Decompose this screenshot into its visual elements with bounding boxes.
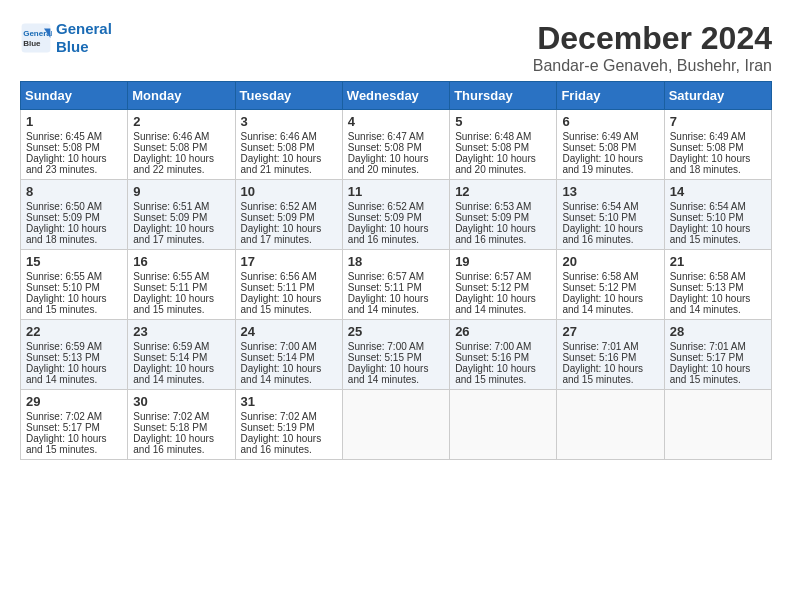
daylight-text: Daylight: 10 hours and 18 minutes.	[670, 153, 766, 175]
day-number: 10	[241, 184, 337, 199]
sunrise-text: Sunrise: 6:46 AM	[241, 131, 337, 142]
daylight-text: Daylight: 10 hours and 16 minutes.	[562, 223, 658, 245]
day-number: 18	[348, 254, 444, 269]
calendar-week-row: 1Sunrise: 6:45 AMSunset: 5:08 PMDaylight…	[21, 110, 772, 180]
day-number: 6	[562, 114, 658, 129]
header-saturday: Saturday	[664, 82, 771, 110]
sunrise-text: Sunrise: 7:02 AM	[26, 411, 122, 422]
sunset-text: Sunset: 5:11 PM	[348, 282, 444, 293]
day-number: 24	[241, 324, 337, 339]
daylight-text: Daylight: 10 hours and 14 minutes.	[670, 293, 766, 315]
table-row: 11Sunrise: 6:52 AMSunset: 5:09 PMDayligh…	[342, 180, 449, 250]
sunrise-text: Sunrise: 6:58 AM	[670, 271, 766, 282]
table-row: 19Sunrise: 6:57 AMSunset: 5:12 PMDayligh…	[450, 250, 557, 320]
daylight-text: Daylight: 10 hours and 14 minutes.	[241, 363, 337, 385]
day-number: 28	[670, 324, 766, 339]
sunrise-text: Sunrise: 7:00 AM	[241, 341, 337, 352]
table-row: 7Sunrise: 6:49 AMSunset: 5:08 PMDaylight…	[664, 110, 771, 180]
sunrise-text: Sunrise: 6:59 AM	[133, 341, 229, 352]
table-row: 31Sunrise: 7:02 AMSunset: 5:19 PMDayligh…	[235, 390, 342, 460]
daylight-text: Daylight: 10 hours and 15 minutes.	[455, 363, 551, 385]
table-row: 5Sunrise: 6:48 AMSunset: 5:08 PMDaylight…	[450, 110, 557, 180]
table-row: 17Sunrise: 6:56 AMSunset: 5:11 PMDayligh…	[235, 250, 342, 320]
calendar-week-row: 22Sunrise: 6:59 AMSunset: 5:13 PMDayligh…	[21, 320, 772, 390]
sunset-text: Sunset: 5:08 PM	[26, 142, 122, 153]
page-header: General Blue General Blue December 2024 …	[20, 20, 772, 75]
calendar-subtitle: Bandar-e Genaveh, Bushehr, Iran	[533, 57, 772, 75]
title-block: December 2024 Bandar-e Genaveh, Bushehr,…	[533, 20, 772, 75]
day-number: 16	[133, 254, 229, 269]
calendar-week-row: 8Sunrise: 6:50 AMSunset: 5:09 PMDaylight…	[21, 180, 772, 250]
daylight-text: Daylight: 10 hours and 14 minutes.	[348, 363, 444, 385]
logo-line1: General	[56, 20, 112, 37]
sunset-text: Sunset: 5:12 PM	[455, 282, 551, 293]
daylight-text: Daylight: 10 hours and 14 minutes.	[26, 363, 122, 385]
day-number: 3	[241, 114, 337, 129]
day-number: 23	[133, 324, 229, 339]
daylight-text: Daylight: 10 hours and 15 minutes.	[26, 293, 122, 315]
daylight-text: Daylight: 10 hours and 18 minutes.	[26, 223, 122, 245]
daylight-text: Daylight: 10 hours and 15 minutes.	[670, 363, 766, 385]
daylight-text: Daylight: 10 hours and 15 minutes.	[133, 293, 229, 315]
day-number: 7	[670, 114, 766, 129]
table-row: 12Sunrise: 6:53 AMSunset: 5:09 PMDayligh…	[450, 180, 557, 250]
daylight-text: Daylight: 10 hours and 16 minutes.	[241, 433, 337, 455]
sunset-text: Sunset: 5:17 PM	[670, 352, 766, 363]
table-row: 27Sunrise: 7:01 AMSunset: 5:16 PMDayligh…	[557, 320, 664, 390]
table-row: 29Sunrise: 7:02 AMSunset: 5:17 PMDayligh…	[21, 390, 128, 460]
sunset-text: Sunset: 5:08 PM	[133, 142, 229, 153]
sunset-text: Sunset: 5:16 PM	[455, 352, 551, 363]
sunset-text: Sunset: 5:19 PM	[241, 422, 337, 433]
logo-line2: Blue	[56, 38, 89, 55]
sunrise-text: Sunrise: 6:57 AM	[455, 271, 551, 282]
sunrise-text: Sunrise: 6:57 AM	[348, 271, 444, 282]
table-row: 14Sunrise: 6:54 AMSunset: 5:10 PMDayligh…	[664, 180, 771, 250]
sunrise-text: Sunrise: 6:49 AM	[562, 131, 658, 142]
day-number: 15	[26, 254, 122, 269]
day-number: 1	[26, 114, 122, 129]
sunrise-text: Sunrise: 6:52 AM	[241, 201, 337, 212]
table-row	[664, 390, 771, 460]
header-tuesday: Tuesday	[235, 82, 342, 110]
table-row: 20Sunrise: 6:58 AMSunset: 5:12 PMDayligh…	[557, 250, 664, 320]
header-wednesday: Wednesday	[342, 82, 449, 110]
calendar-table: Sunday Monday Tuesday Wednesday Thursday…	[20, 81, 772, 460]
day-number: 11	[348, 184, 444, 199]
svg-text:Blue: Blue	[23, 39, 41, 48]
day-number: 5	[455, 114, 551, 129]
sunrise-text: Sunrise: 7:02 AM	[241, 411, 337, 422]
header-thursday: Thursday	[450, 82, 557, 110]
day-number: 29	[26, 394, 122, 409]
daylight-text: Daylight: 10 hours and 14 minutes.	[455, 293, 551, 315]
sunset-text: Sunset: 5:08 PM	[241, 142, 337, 153]
daylight-text: Daylight: 10 hours and 23 minutes.	[26, 153, 122, 175]
daylight-text: Daylight: 10 hours and 20 minutes.	[455, 153, 551, 175]
daylight-text: Daylight: 10 hours and 17 minutes.	[133, 223, 229, 245]
daylight-text: Daylight: 10 hours and 15 minutes.	[241, 293, 337, 315]
table-row: 8Sunrise: 6:50 AMSunset: 5:09 PMDaylight…	[21, 180, 128, 250]
day-number: 9	[133, 184, 229, 199]
table-row: 15Sunrise: 6:55 AMSunset: 5:10 PMDayligh…	[21, 250, 128, 320]
table-row: 18Sunrise: 6:57 AMSunset: 5:11 PMDayligh…	[342, 250, 449, 320]
daylight-text: Daylight: 10 hours and 15 minutes.	[26, 433, 122, 455]
daylight-text: Daylight: 10 hours and 14 minutes.	[562, 293, 658, 315]
header-monday: Monday	[128, 82, 235, 110]
sunset-text: Sunset: 5:08 PM	[562, 142, 658, 153]
sunrise-text: Sunrise: 6:49 AM	[670, 131, 766, 142]
table-row: 16Sunrise: 6:55 AMSunset: 5:11 PMDayligh…	[128, 250, 235, 320]
daylight-text: Daylight: 10 hours and 15 minutes.	[670, 223, 766, 245]
sunset-text: Sunset: 5:11 PM	[133, 282, 229, 293]
table-row: 1Sunrise: 6:45 AMSunset: 5:08 PMDaylight…	[21, 110, 128, 180]
calendar-week-row: 29Sunrise: 7:02 AMSunset: 5:17 PMDayligh…	[21, 390, 772, 460]
day-number: 17	[241, 254, 337, 269]
day-number: 14	[670, 184, 766, 199]
sunset-text: Sunset: 5:09 PM	[133, 212, 229, 223]
sunrise-text: Sunrise: 6:55 AM	[133, 271, 229, 282]
calendar-week-row: 15Sunrise: 6:55 AMSunset: 5:10 PMDayligh…	[21, 250, 772, 320]
sunset-text: Sunset: 5:09 PM	[26, 212, 122, 223]
table-row: 28Sunrise: 7:01 AMSunset: 5:17 PMDayligh…	[664, 320, 771, 390]
day-number: 31	[241, 394, 337, 409]
table-row: 4Sunrise: 6:47 AMSunset: 5:08 PMDaylight…	[342, 110, 449, 180]
sunrise-text: Sunrise: 6:46 AM	[133, 131, 229, 142]
sunrise-text: Sunrise: 7:01 AM	[670, 341, 766, 352]
